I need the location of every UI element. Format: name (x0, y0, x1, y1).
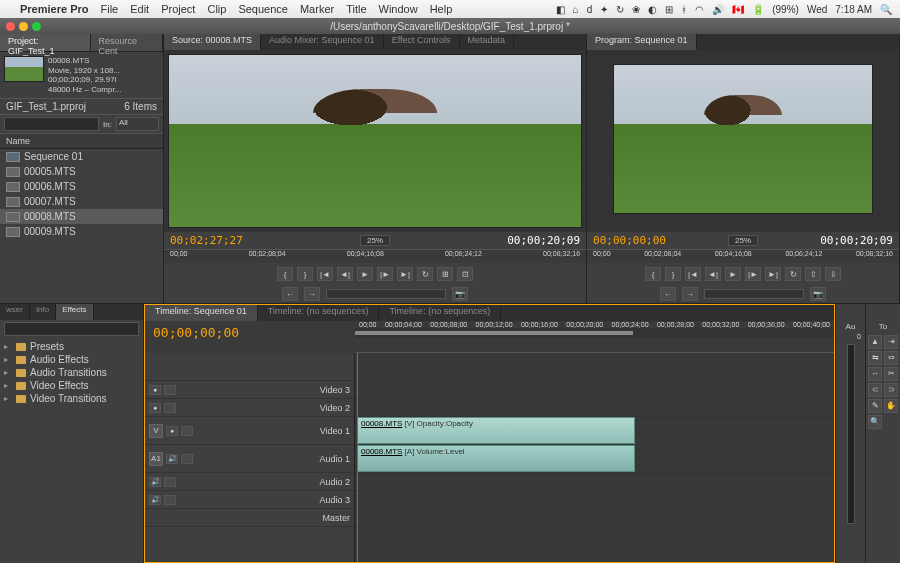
track-target-v[interactable]: V (149, 424, 163, 438)
menubar-icon[interactable]: ❀ (632, 4, 640, 15)
track-header-a2[interactable]: 🔊Audio 2 (145, 473, 354, 491)
lock-toggle[interactable] (164, 403, 176, 413)
tab-metadata[interactable]: Metadata (460, 34, 515, 50)
export-frame-button[interactable]: 📷 (810, 287, 826, 301)
track-header-master[interactable]: Master (145, 509, 354, 527)
fx-folder-video-transitions[interactable]: ▸Video Transitions (0, 392, 143, 405)
menubar-icon[interactable]: d (587, 4, 593, 15)
lock-toggle[interactable] (181, 426, 193, 436)
fx-folder-video-effects[interactable]: ▸Video Effects (0, 379, 143, 392)
timeline-ruler[interactable]: 00;00 00;00;04;00 00;00;08;00 00;00;12;0… (355, 321, 834, 353)
battery-icon[interactable]: 🔋 (752, 4, 764, 15)
bin-item-clip[interactable]: 00006.MTS (0, 179, 163, 194)
lock-toggle[interactable] (164, 385, 176, 395)
track-master[interactable] (355, 509, 834, 527)
menubar-icon[interactable]: ↻ (616, 4, 624, 15)
menu-edit[interactable]: Edit (130, 3, 149, 15)
menu-clip[interactable]: Clip (207, 3, 226, 15)
fx-folder-presets[interactable]: ▸Presets (0, 340, 143, 353)
lock-toggle[interactable] (164, 477, 176, 487)
tab-project[interactable]: Project: GIF_Test_1 (0, 34, 91, 51)
menubar-icon[interactable]: ⊞ (665, 4, 673, 15)
slide-tool[interactable]: ⊃ (884, 383, 898, 397)
program-in-timecode[interactable]: 00;00;00;00 (593, 234, 666, 247)
bluetooth-icon[interactable]: ᚼ (681, 4, 687, 15)
minimize-button[interactable] (19, 22, 28, 31)
menu-project[interactable]: Project (161, 3, 195, 15)
menubar-icon[interactable]: ⌂ (573, 4, 579, 15)
lock-toggle[interactable] (164, 495, 176, 505)
step-forward-button[interactable]: |► (377, 267, 393, 281)
step-forward-button[interactable]: |► (745, 267, 761, 281)
tab-effects[interactable]: Effects (56, 304, 93, 320)
play-button[interactable]: ► (725, 267, 741, 281)
go-to-in-button[interactable]: |◄ (317, 267, 333, 281)
menu-help[interactable]: Help (430, 3, 453, 15)
zoom-tool[interactable]: 🔍 (868, 415, 882, 429)
track-v3[interactable] (355, 381, 834, 399)
tab-timeline-empty[interactable]: Timeline: (no sequences) (379, 305, 501, 321)
work-area-bar[interactable] (355, 328, 834, 338)
tab-browser[interactable]: wser (0, 304, 30, 320)
tab-program[interactable]: Program: Sequence 01 (587, 34, 697, 50)
overwrite-button[interactable]: ⊡ (457, 267, 473, 281)
audio-tab[interactable]: Au (836, 320, 865, 333)
menubar-icon[interactable]: ◐ (648, 4, 657, 15)
tab-timeline-empty[interactable]: Timeline: (no sequences) (258, 305, 380, 321)
mark-in-button[interactable]: { (277, 267, 293, 281)
video-clip[interactable]: 00008.MTS [V] Opacity:Opacity (357, 417, 635, 444)
lift-button[interactable]: ⇧ (805, 267, 821, 281)
speaker-toggle[interactable]: 🔊 (149, 495, 161, 505)
source-video-display[interactable] (168, 54, 582, 228)
ripple-edit-tool[interactable]: ⇆ (868, 351, 882, 365)
go-to-out-button[interactable]: ►| (765, 267, 781, 281)
track-select-tool[interactable]: ⇥ (884, 335, 898, 349)
tab-resource-central[interactable]: Resource Cent (91, 34, 163, 51)
project-search-input[interactable] (4, 117, 99, 131)
menu-sequence[interactable]: Sequence (238, 3, 288, 15)
mark-in-button[interactable]: { (645, 267, 661, 281)
effects-search-input[interactable] (4, 322, 139, 336)
jog-wheel[interactable] (326, 289, 446, 299)
track-v2[interactable] (355, 399, 834, 417)
tab-source[interactable]: Source: 00008.MTS (164, 34, 261, 50)
timeline-tracks-area[interactable]: 00008.MTS [V] Opacity:Opacity 00008.MTS … (355, 353, 834, 562)
extract-button[interactable]: ⇩ (825, 267, 841, 281)
rate-stretch-tool[interactable]: ↔ (868, 367, 882, 381)
app-name[interactable]: Premiere Pro (20, 3, 88, 15)
filter-dropdown[interactable]: All (116, 117, 159, 131)
mark-out-button[interactable]: } (665, 267, 681, 281)
menu-title[interactable]: Title (346, 3, 366, 15)
hand-tool[interactable]: ✋ (884, 399, 898, 413)
bin-item-clip[interactable]: 00007.MTS (0, 194, 163, 209)
track-target-a[interactable]: A1 (149, 452, 163, 466)
source-in-timecode[interactable]: 00;02;27;27 (170, 234, 243, 247)
audio-clip[interactable]: 00008.MTS [A] Volume:Level (357, 445, 635, 472)
track-header-a1[interactable]: A1🔊Audio 1 (145, 445, 354, 473)
mark-out-button[interactable]: } (297, 267, 313, 281)
rolling-edit-tool[interactable]: ⇔ (884, 351, 898, 365)
bin-item-clip[interactable]: 00009.MTS (0, 224, 163, 239)
insert-button[interactable]: ⊞ (437, 267, 453, 281)
close-button[interactable] (6, 22, 15, 31)
go-to-out-button[interactable]: ►| (397, 267, 413, 281)
step-back-button[interactable]: ◄| (337, 267, 353, 281)
next-button[interactable]: → (304, 287, 320, 301)
menu-marker[interactable]: Marker (300, 3, 334, 15)
source-time-ruler[interactable]: 00;00 00;02;08;04 00;04;16;08 00;06;24;1… (164, 249, 586, 263)
source-out-timecode[interactable]: 00;00;20;09 (507, 234, 580, 247)
wifi-icon[interactable]: ◠ (695, 4, 704, 15)
tab-effect-controls[interactable]: Effect Controls (384, 34, 460, 50)
loop-button[interactable]: ↻ (785, 267, 801, 281)
selection-tool[interactable]: ▲ (868, 335, 882, 349)
tab-timeline-sequence[interactable]: Timeline: Sequence 01 (145, 305, 258, 321)
slip-tool[interactable]: ⊂ (868, 383, 882, 397)
prev-button[interactable]: ← (282, 287, 298, 301)
track-header-v2[interactable]: ●Video 2 (145, 399, 354, 417)
source-zoom-dropdown[interactable]: 25% (360, 235, 390, 246)
eye-toggle[interactable]: ● (149, 385, 161, 395)
loop-button[interactable]: ↻ (417, 267, 433, 281)
track-a3[interactable] (355, 491, 834, 509)
flag-icon[interactable]: 🇨🇦 (732, 4, 744, 15)
tab-info[interactable]: Info (30, 304, 56, 320)
